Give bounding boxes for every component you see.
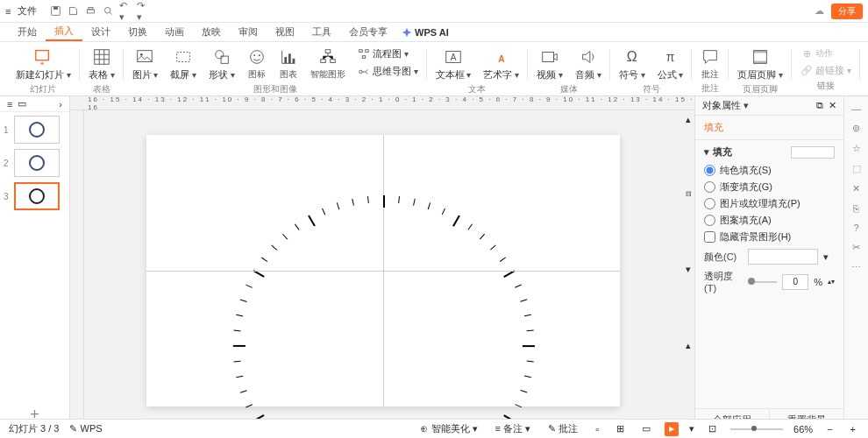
action-button[interactable]: ⊕动作 <box>797 46 855 61</box>
tab-slideshow[interactable]: 放映 <box>193 23 230 41</box>
tab-tools[interactable]: 工具 <box>303 23 340 41</box>
chevron-down-icon[interactable]: ▾ <box>823 251 829 263</box>
icons-button[interactable]: 图标 <box>244 46 270 82</box>
chart-button[interactable]: 图表 <box>275 46 302 82</box>
tool-settings-icon[interactable]: ⊚ <box>852 123 860 134</box>
fill-section-header[interactable]: ▾ 填充 <box>704 145 835 159</box>
table-button[interactable]: 表格 ▾ <box>85 46 118 83</box>
share-button[interactable]: 分享 <box>831 4 863 19</box>
smartart-button[interactable]: 智能图形 <box>307 46 349 82</box>
object-properties-panel: 对象属性 ▾ ⧉✕ 填充 ▾ 填充 纯色填充(S) 渐变填充(G) 图片或纹理填… <box>694 96 843 431</box>
new-slide-button[interactable]: 新建幻灯片 ▾ <box>12 46 75 83</box>
panel-tab-fill[interactable]: 填充 <box>695 116 843 140</box>
tool-user-icon[interactable]: ✂ <box>852 242 860 253</box>
preview-icon[interactable] <box>102 5 114 18</box>
print-icon[interactable] <box>84 5 96 18</box>
slide-canvas[interactable] <box>146 135 620 406</box>
thumb-view-icon[interactable]: ▭ <box>18 98 26 110</box>
color-picker[interactable] <box>748 249 818 265</box>
svg-rect-17 <box>292 59 295 64</box>
beautify-button[interactable]: ⊕ 智能美化 ▾ <box>416 422 480 435</box>
vertical-scroll-arrows[interactable]: ▴⊟▾▴▾ <box>682 110 694 431</box>
svg-point-24 <box>359 70 363 74</box>
tool-clip-icon[interactable]: ⎘ <box>853 203 859 214</box>
fill-solid-radio[interactable]: 纯色填充(S) <box>704 164 835 177</box>
slide-panel: ≡ ▭ › 1 2 3 + <box>0 96 70 431</box>
export-icon[interactable] <box>67 5 79 18</box>
svg-rect-18 <box>325 50 331 53</box>
svg-text:A: A <box>498 54 505 64</box>
svg-rect-19 <box>321 60 326 63</box>
tool-wrench-icon[interactable]: ✕ <box>852 183 860 194</box>
equation-button[interactable]: π公式 ▾ <box>654 46 687 83</box>
image-button[interactable]: 图片 ▾ <box>129 46 162 83</box>
ribbon: 新建幻灯片 ▾ 幻灯片 表格 ▾ 表格 图片 ▾ 截屏 ▾ 形状 ▾ 图标 图表… <box>0 42 868 96</box>
zoom-in-icon[interactable]: + <box>847 424 859 434</box>
tool-help-icon[interactable]: ? <box>853 223 858 233</box>
slideshow-dropdown[interactable]: ▾ <box>689 423 694 434</box>
expand-icon[interactable]: › <box>59 99 62 110</box>
tab-member[interactable]: 会员专享 <box>340 23 396 41</box>
mindmap-button[interactable]: 思维导图 ▾ <box>354 63 422 80</box>
symbol-button[interactable]: Ω符号 ▾ <box>615 46 649 83</box>
slide-thumb-3[interactable]: 3 <box>4 182 66 210</box>
header-footer-button[interactable]: 页眉页脚 ▾ <box>734 46 786 83</box>
svg-rect-30 <box>754 51 767 53</box>
tab-insert[interactable]: 插入 <box>46 23 82 41</box>
stepper-icon[interactable]: ▴▾ <box>828 278 835 286</box>
fill-gradient-radio[interactable]: 渐变填充(G) <box>704 180 835 194</box>
tab-design[interactable]: 设计 <box>82 23 119 41</box>
slideshow-button[interactable]: ▶ <box>665 422 679 436</box>
tool-more-icon[interactable]: ⋯ <box>851 262 861 273</box>
audio-button[interactable]: 音频 ▾ <box>572 46 605 83</box>
cloud-icon[interactable]: ☁ <box>815 5 824 17</box>
view-sorter-icon[interactable]: ⊞ <box>613 423 628 434</box>
tab-review[interactable]: 审阅 <box>230 23 267 41</box>
redo-icon[interactable]: ↷ ▾ <box>137 5 149 18</box>
menu-icon[interactable]: ≡ <box>5 6 11 17</box>
undo-icon[interactable]: ↶ ▾ <box>119 5 132 18</box>
tool-select-icon[interactable]: ⬚ <box>852 163 861 174</box>
shapes-button[interactable]: 形状 ▾ <box>205 46 238 83</box>
app-label: ✎ WPS <box>69 423 102 434</box>
slide-thumb-2[interactable]: 2 <box>4 149 66 177</box>
zoom-label[interactable]: 66% <box>793 424 813 434</box>
video-button[interactable]: 视频 ▾ <box>533 46 566 83</box>
svg-rect-28 <box>543 53 554 62</box>
tab-view[interactable]: 视图 <box>267 23 303 41</box>
transparency-slider[interactable] <box>748 281 777 283</box>
comment-button[interactable]: 批注 <box>697 46 723 82</box>
view-reading-icon[interactable]: ▭ <box>638 423 654 434</box>
tool-star-icon[interactable]: ☆ <box>852 143 861 154</box>
screenshot-button[interactable]: 截屏 ▾ <box>167 46 200 83</box>
close-panel-icon[interactable]: ✕ <box>829 100 836 111</box>
title-bar: ≡ 文件 ↶ ▾ ↷ ▾ ☁ 分享 <box>0 0 868 23</box>
hide-bg-checkbox[interactable]: 隐藏背景图形(H) <box>704 230 835 244</box>
svg-rect-3 <box>89 7 93 9</box>
slide-thumb-1[interactable]: 1 <box>4 116 66 144</box>
flowchart-button[interactable]: 流程图 ▾ <box>354 46 422 62</box>
zoom-out-icon[interactable]: − <box>823 424 836 434</box>
tab-home[interactable]: 开始 <box>9 23 46 41</box>
pin-icon[interactable]: ⧉ <box>816 100 823 111</box>
minimize-panel-icon[interactable]: — <box>851 103 861 114</box>
fill-picture-radio[interactable]: 图片或纹理填充(P) <box>704 197 835 210</box>
textbox-button[interactable]: A文本框 ▾ <box>432 46 475 83</box>
view-normal-icon[interactable]: ▫ <box>592 424 602 434</box>
comments-button[interactable]: ✎ 批注 <box>544 422 581 435</box>
transparency-input[interactable]: 0 <box>782 274 808 290</box>
hyperlink-button[interactable]: 🔗超链接 ▾ <box>797 62 855 79</box>
save-icon[interactable] <box>49 5 61 18</box>
tab-animation[interactable]: 动画 <box>156 23 193 41</box>
notes-button[interactable]: ≡ 备注 ▾ <box>492 422 535 435</box>
svg-point-13 <box>253 54 255 56</box>
tab-transition[interactable]: 切换 <box>119 23 156 41</box>
outline-view-icon[interactable]: ≡ <box>7 99 12 110</box>
fill-pattern-radio[interactable]: 图案填充(A) <box>704 214 835 227</box>
zoom-slider[interactable] <box>730 428 783 430</box>
file-menu[interactable]: 文件 <box>18 4 37 18</box>
svg-rect-20 <box>331 60 336 63</box>
wordart-button[interactable]: A艺术字 ▾ <box>480 46 523 83</box>
zoom-fit-icon[interactable]: ⊡ <box>705 423 720 434</box>
wps-ai-button[interactable]: WPS AI <box>402 27 449 38</box>
